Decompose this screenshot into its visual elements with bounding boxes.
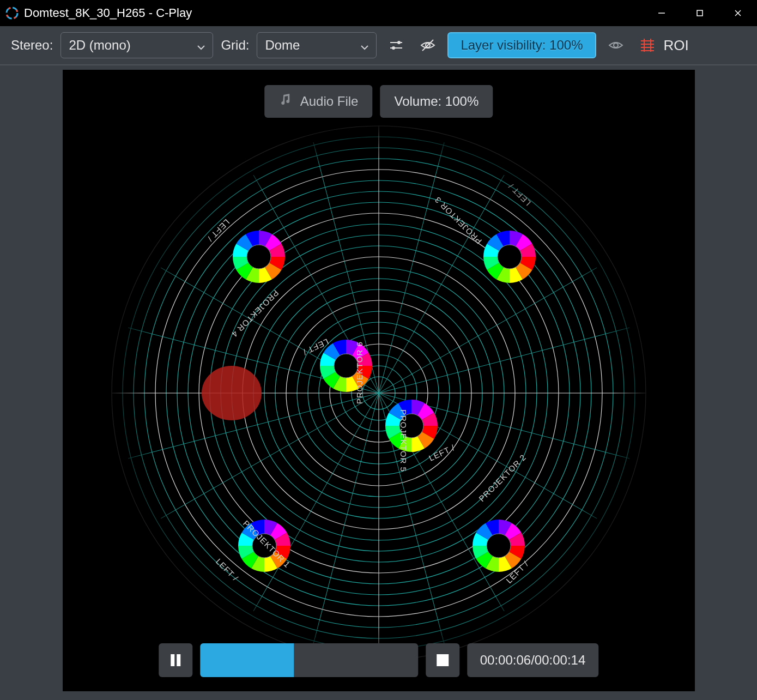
grid-select-value: Dome	[265, 38, 300, 53]
stop-button[interactable]	[426, 643, 459, 677]
roi-icon	[639, 37, 656, 54]
svg-rect-67	[177, 654, 180, 666]
chevron-down-icon	[196, 40, 206, 50]
time-separator: /	[531, 653, 535, 668]
roi-icon-button[interactable]: ROI	[635, 33, 692, 57]
eye-slash-button[interactable]	[416, 33, 440, 57]
pause-button[interactable]	[159, 643, 192, 677]
stereo-select-value: 2D (mono)	[69, 38, 130, 53]
stop-icon	[435, 653, 450, 667]
dome-graphic: PROJEKTOR 1 LEFT / PROJEKTOR 2 LEFT / PR…	[106, 120, 651, 666]
playback-bar: 00:00:06 / 00:00:14	[159, 643, 599, 677]
layer-visibility-label: Layer visibility: 100%	[461, 38, 583, 52]
titlebar: Domtest_8K_30_H265 - C-Play	[0, 0, 757, 26]
viewport: Audio File Volume: 100%	[63, 70, 695, 691]
music-note-icon	[278, 93, 293, 110]
svg-rect-68	[437, 654, 449, 666]
settings-sliders-button[interactable]	[384, 33, 408, 57]
progress-bar[interactable]	[200, 643, 418, 677]
time-display: 00:00:06 / 00:00:14	[467, 643, 599, 677]
close-button[interactable]	[719, 0, 757, 26]
audio-file-label: Audio File	[300, 94, 359, 109]
chevron-down-icon	[360, 40, 370, 50]
grid-select[interactable]: Dome	[257, 32, 377, 58]
svg-point-12	[614, 43, 618, 47]
audio-pills: Audio File Volume: 100%	[264, 85, 493, 118]
audio-file-button[interactable]: Audio File	[264, 85, 373, 118]
svg-point-0	[7, 8, 17, 19]
window-title: Domtest_8K_30_H265 - C-Play	[24, 6, 192, 20]
svg-rect-66	[171, 654, 174, 666]
stereo-label: Stereo:	[11, 38, 53, 53]
time-current: 00:00:06	[480, 653, 531, 668]
svg-point-65	[106, 120, 651, 666]
volume-pill[interactable]: Volume: 100%	[380, 85, 493, 118]
eye-button[interactable]	[604, 33, 628, 57]
stereo-select[interactable]: 2D (mono)	[60, 32, 213, 58]
progress-fill	[200, 643, 294, 677]
minimize-button[interactable]	[643, 0, 681, 26]
svg-rect-3	[697, 10, 703, 16]
svg-point-9	[392, 46, 395, 50]
roi-label: ROI	[664, 37, 689, 54]
time-total: 00:00:14	[535, 653, 585, 668]
content-area: Audio File Volume: 100%	[0, 65, 757, 700]
grid-label: Grid:	[221, 38, 249, 53]
pause-icon	[168, 653, 183, 668]
app-icon	[5, 7, 19, 20]
svg-point-7	[397, 41, 401, 44]
layer-visibility-button[interactable]: Layer visibility: 100%	[447, 32, 596, 58]
volume-label: Volume: 100%	[394, 94, 479, 109]
svg-line-11	[422, 40, 433, 51]
maximize-button[interactable]	[681, 0, 719, 26]
toolbar: Stereo: 2D (mono) Grid: Dome Layer visib…	[0, 26, 757, 65]
